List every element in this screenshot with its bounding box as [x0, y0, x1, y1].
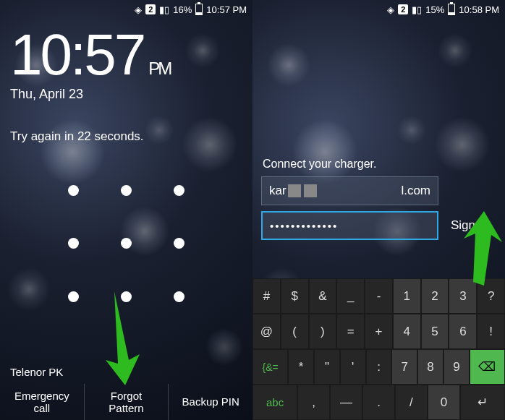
- key-"[interactable]: ": [314, 349, 340, 385]
- bottom-action-bar: Emergency call Forgot Pattern Backup PIN: [0, 384, 252, 420]
- password-field[interactable]: •••••••••••••: [261, 211, 438, 240]
- pattern-dot[interactable]: [68, 238, 79, 249]
- pattern-dot[interactable]: [68, 291, 79, 302]
- carrier-label: Telenor PK: [10, 366, 63, 378]
- signal-icon: ▮▯: [412, 4, 422, 15]
- pattern-dot[interactable]: [121, 238, 132, 249]
- pattern-dot[interactable]: [121, 185, 132, 196]
- key-?[interactable]: ?: [477, 278, 505, 314]
- key-4[interactable]: 4: [393, 314, 421, 349]
- key-2[interactable]: 2: [421, 278, 449, 314]
- emergency-call-button[interactable]: Emergency call: [0, 384, 85, 420]
- keyboard-row: abc,—./0↵: [252, 385, 505, 420]
- status-bar: ◈ 2 ▮▯ 15% 10:58 PM: [252, 0, 505, 19]
- sim-badge: 2: [145, 4, 156, 14]
- sign-in-button[interactable]: Sign in: [438, 218, 496, 233]
- backup-pin-button[interactable]: Backup PIN: [169, 384, 252, 420]
- sim-badge: 2: [398, 4, 408, 14]
- keyboard-row: @()=+456!: [252, 314, 505, 349]
- battery-percent: 16%: [173, 4, 192, 15]
- charger-message: Connect your charger.: [252, 158, 505, 171]
- key-=[interactable]: =: [336, 314, 365, 349]
- key-.[interactable]: .: [362, 385, 395, 420]
- pattern-dot[interactable]: [174, 238, 184, 249]
- signal-icon: ▮▯: [159, 4, 169, 15]
- pattern-dot[interactable]: [68, 185, 79, 196]
- password-value: •••••••••••••: [270, 220, 338, 232]
- try-again-message: Try again in 22 seconds.: [0, 109, 252, 151]
- email-prefix: kar: [269, 184, 287, 198]
- key-$[interactable]: $: [281, 278, 309, 314]
- key-&[interactable]: &: [309, 278, 337, 314]
- battery-percent: 15%: [425, 4, 444, 15]
- email-suffix: l.com: [401, 184, 430, 198]
- key-5[interactable]: 5: [421, 314, 449, 349]
- pattern-grid[interactable]: [47, 164, 206, 323]
- keyboard-row: {&=*"':789⌫: [252, 349, 505, 385]
- key-)[interactable]: ): [309, 314, 337, 349]
- key-—[interactable]: —: [330, 385, 362, 420]
- key-#[interactable]: #: [252, 278, 281, 314]
- redacted-block: [304, 184, 317, 197]
- key-*[interactable]: *: [288, 349, 314, 385]
- key-![interactable]: !: [477, 314, 505, 349]
- password-row: ••••••••••••• Sign in: [261, 211, 496, 240]
- wifi-icon: ◈: [387, 4, 394, 15]
- battery-icon: [195, 4, 203, 15]
- pattern-dot[interactable]: [121, 291, 132, 302]
- email-field[interactable]: kar l.com: [261, 176, 438, 205]
- keyboard: #$&_-123? @()=+456! {&=*"':789⌫ abc,—./0…: [252, 278, 505, 420]
- lock-screen-left: ◈ 2 ▮▯ 16% 10:57 PM 10:57PM Thu, April 2…: [0, 0, 252, 420]
- clock-hours: 10:57: [10, 22, 144, 87]
- keyboard-row: #$&_-123?: [252, 278, 505, 314]
- clock-date: Thu, April 23: [10, 87, 242, 102]
- clock-area: 10:57PM Thu, April 23: [0, 19, 252, 109]
- key-0[interactable]: 0: [428, 385, 460, 420]
- key-'[interactable]: ': [340, 349, 366, 385]
- key-9[interactable]: 9: [444, 349, 470, 385]
- battery-icon: [448, 4, 455, 15]
- key-1[interactable]: 1: [393, 278, 421, 314]
- key-6[interactable]: 6: [449, 314, 477, 349]
- key-,[interactable]: ,: [297, 385, 330, 420]
- key-symbols[interactable]: {&=: [252, 349, 288, 385]
- key-@[interactable]: @: [252, 314, 281, 349]
- redacted-block: [288, 184, 301, 197]
- key-/[interactable]: /: [395, 385, 428, 420]
- key-enter[interactable]: ↵: [460, 385, 505, 420]
- clock-time: 10:57PM: [10, 26, 242, 84]
- wifi-icon: ◈: [135, 4, 142, 15]
- status-time: 10:57 PM: [206, 4, 247, 15]
- pattern-dot[interactable]: [174, 185, 184, 196]
- status-time: 10:58 PM: [459, 4, 499, 15]
- key-3[interactable]: 3: [449, 278, 477, 314]
- email-row: kar l.com: [261, 176, 496, 205]
- key-([interactable]: (: [281, 314, 309, 349]
- login-screen-right: ◈ 2 ▮▯ 15% 10:58 PM Connect your charger…: [252, 0, 505, 420]
- key-+[interactable]: +: [365, 314, 393, 349]
- forgot-pattern-button[interactable]: Forgot Pattern: [85, 384, 169, 420]
- key-8[interactable]: 8: [417, 349, 444, 385]
- pattern-dot[interactable]: [174, 291, 184, 302]
- key-:[interactable]: :: [366, 349, 392, 385]
- key-_[interactable]: _: [336, 278, 365, 314]
- key-7[interactable]: 7: [391, 349, 417, 385]
- key--[interactable]: -: [365, 278, 393, 314]
- key-backspace[interactable]: ⌫: [470, 349, 505, 385]
- status-bar: ◈ 2 ▮▯ 16% 10:57 PM: [0, 0, 252, 19]
- clock-suffix: PM: [148, 59, 170, 78]
- key-abc[interactable]: abc: [252, 385, 297, 420]
